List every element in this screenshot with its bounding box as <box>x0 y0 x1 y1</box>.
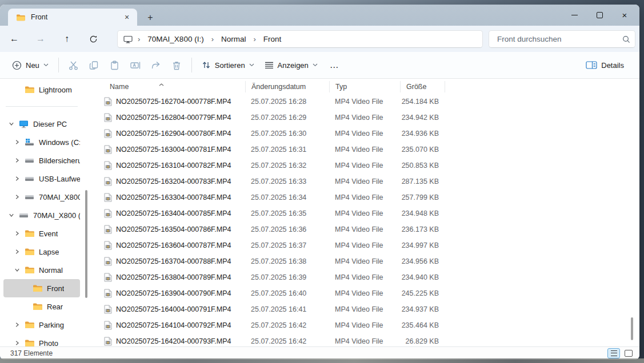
file-row[interactable]: NO20250725-163804-000789F.MP4 25.07.2025… <box>91 269 634 285</box>
details-pane-button[interactable]: Details <box>581 57 629 73</box>
file-name: NO20250725-163404-000785F.MP4 <box>116 209 231 217</box>
close-button[interactable]: × <box>612 5 637 26</box>
file-list-body: NO20250725-162704-000778F.MP4 25.07.2025… <box>91 94 634 346</box>
file-name: NO20250725-163304-000784F.MP4 <box>116 193 231 201</box>
sort-button[interactable]: Sortieren <box>197 57 259 73</box>
copy-button[interactable] <box>84 55 105 75</box>
back-button[interactable]: ← <box>8 33 21 45</box>
sidebar-item-parking[interactable]: Parking <box>3 316 80 334</box>
column-header-size[interactable]: Größe <box>400 81 445 92</box>
chevron-down-icon[interactable] <box>13 265 22 275</box>
column-header-type[interactable]: Typ <box>329 81 400 92</box>
file-row[interactable]: NO20250725-163204-000783F.MP4 25.07.2025… <box>91 174 634 189</box>
chevron-down-icon[interactable] <box>7 211 16 220</box>
chevron-right-icon[interactable] <box>13 138 22 147</box>
file-row[interactable]: NO20250725-163604-000787F.MP4 25.07.2025… <box>91 237 634 253</box>
sidebar-item-lapse[interactable]: Lapse <box>3 243 80 261</box>
chevron-right-icon[interactable] <box>13 229 22 238</box>
file-row[interactable]: NO20250725-163404-000785F.MP4 25.07.2025… <box>91 205 634 221</box>
sidebar-item-dieser-pc[interactable]: Dieser PC <box>3 115 80 133</box>
tab-close-icon[interactable]: × <box>121 11 133 23</box>
file-row[interactable]: NO20250725-163904-000790F.MP4 25.07.2025… <box>91 285 634 301</box>
explorer-tab[interactable]: Front × <box>8 9 137 26</box>
file-list-scrollbar[interactable] <box>631 317 633 340</box>
minimize-button[interactable] <box>562 5 587 26</box>
file-row[interactable]: NO20250725-164104-000792F.MP4 25.07.2025… <box>91 317 634 333</box>
column-headers: Name Änderungsdatum Typ Größe <box>91 80 634 94</box>
file-name: NO20250725-164004-000791F.MP4 <box>116 305 231 313</box>
sidebar-item-label: Lightroom <box>39 86 72 94</box>
file-row[interactable]: NO20250725-163304-000784F.MP4 25.07.2025… <box>91 189 634 205</box>
sidebar-item-photo[interactable]: Photo <box>3 334 80 346</box>
sidebar-scrollbar[interactable] <box>85 190 87 298</box>
sidebar-item-lightroom[interactable]: Lightroom <box>3 81 80 98</box>
chevron-right-icon[interactable] <box>13 156 22 165</box>
file-row[interactable]: NO20250725-163704-000788F.MP4 25.07.2025… <box>91 253 634 269</box>
chevron-right-icon[interactable] <box>13 247 22 256</box>
forward-button[interactable]: → <box>34 33 47 45</box>
file-type: MP4 Video File <box>329 162 400 170</box>
folder-icon <box>24 265 34 275</box>
cut-button[interactable] <box>63 55 84 75</box>
sidebar-item-rear[interactable]: Rear <box>3 297 80 316</box>
file-type: MP4 Video File <box>329 114 400 122</box>
chevron-right-icon[interactable] <box>13 320 22 329</box>
up-button[interactable]: ↑ <box>61 33 73 45</box>
chevron-right-icon[interactable] <box>13 192 22 201</box>
column-header-date[interactable]: Änderungsdatum <box>245 81 329 92</box>
column-header-name[interactable]: Name <box>91 81 245 92</box>
file-name: NO20250725-163804-000789F.MP4 <box>116 273 231 281</box>
file-modified-date: 25.07.2025 16:40 <box>245 289 329 297</box>
share-button[interactable] <box>146 55 166 75</box>
file-name: NO20250725-163204-000783F.MP4 <box>116 178 231 185</box>
file-modified-date: 25.07.2025 16:36 <box>245 225 329 233</box>
sidebar-item-usb-laufwerk[interactable]: USB-Laufwerk <box>3 170 80 188</box>
sidebar-item-bildersicherun[interactable]: Bildersicherun <box>3 151 80 170</box>
chevron-down-icon[interactable] <box>7 119 16 128</box>
file-row[interactable]: NO20250725-162704-000778F.MP4 25.07.2025… <box>91 94 634 110</box>
sidebar-item-front[interactable]: Front <box>3 279 80 297</box>
file-name: NO20250725-162904-000780F.MP4 <box>116 130 231 138</box>
file-row[interactable]: NO20250725-163004-000781F.MP4 25.07.2025… <box>91 142 634 158</box>
file-row[interactable]: NO20250725-164004-000791F.MP4 25.07.2025… <box>91 301 634 317</box>
breadcrumb-front[interactable]: Front <box>261 34 284 45</box>
more-options-button[interactable]: … <box>323 60 347 70</box>
search-box <box>489 30 635 48</box>
refresh-button[interactable] <box>87 33 99 45</box>
rename-button[interactable] <box>125 55 146 75</box>
sidebar-item-70mai-x800-i[interactable]: 70MAI_X800 (I: <box>3 188 80 206</box>
address-field[interactable]: › 70MAI_X800 (I:) › Normal › Front <box>117 30 483 48</box>
sidebar-item-windows-c[interactable]: Windows (C:) <box>3 133 80 151</box>
sidebar-item-70mai-x800-i[interactable]: 70MAI_X800 (I:) <box>3 206 80 224</box>
maximize-button[interactable] <box>587 5 612 26</box>
file-size: 257.799 KB <box>400 193 445 201</box>
new-button[interactable]: Neu <box>7 57 54 74</box>
delete-button[interactable] <box>166 55 187 75</box>
folder-icon <box>24 320 34 329</box>
thumbnails-view-toggle[interactable] <box>622 348 635 358</box>
paste-button[interactable] <box>105 55 125 75</box>
file-row[interactable]: NO20250725-162804-000779F.MP4 25.07.2025… <box>91 110 634 126</box>
file-modified-date: 25.07.2025 16:38 <box>245 257 329 265</box>
sidebar-item-label: Photo <box>39 339 58 347</box>
search-input[interactable] <box>496 34 622 44</box>
sidebar-item-normal[interactable]: Normal <box>3 261 80 279</box>
file-name: NO20250725-163904-000790F.MP4 <box>116 289 231 297</box>
toolbar-divider <box>191 58 192 72</box>
view-button[interactable]: Anzeigen <box>259 58 323 73</box>
search-icon <box>622 35 630 43</box>
sidebar-item-label: Dieser PC <box>33 120 67 128</box>
new-tab-button[interactable]: + <box>144 11 157 24</box>
file-row[interactable]: NO20250725-162904-000780F.MP4 25.07.2025… <box>91 126 634 142</box>
breadcrumb-drive[interactable]: 70MAI_X800 (I:) <box>145 34 206 45</box>
details-view-toggle[interactable] <box>607 348 620 358</box>
sidebar-item-event[interactable]: Event <box>3 224 80 243</box>
file-name: NO20250725-164204-000793F.MP4 <box>116 337 231 345</box>
file-row[interactable]: NO20250725-164204-000793F.MP4 25.07.2025… <box>91 333 634 346</box>
file-row[interactable]: NO20250725-163504-000786F.MP4 25.07.2025… <box>91 221 634 237</box>
chevron-right-icon[interactable] <box>13 174 22 183</box>
file-row[interactable]: NO20250725-163104-000782F.MP4 25.07.2025… <box>91 158 634 174</box>
breadcrumb-normal[interactable]: Normal <box>219 34 249 45</box>
file-modified-date: 25.07.2025 16:33 <box>245 178 329 185</box>
chevron-right-icon[interactable] <box>13 338 22 346</box>
